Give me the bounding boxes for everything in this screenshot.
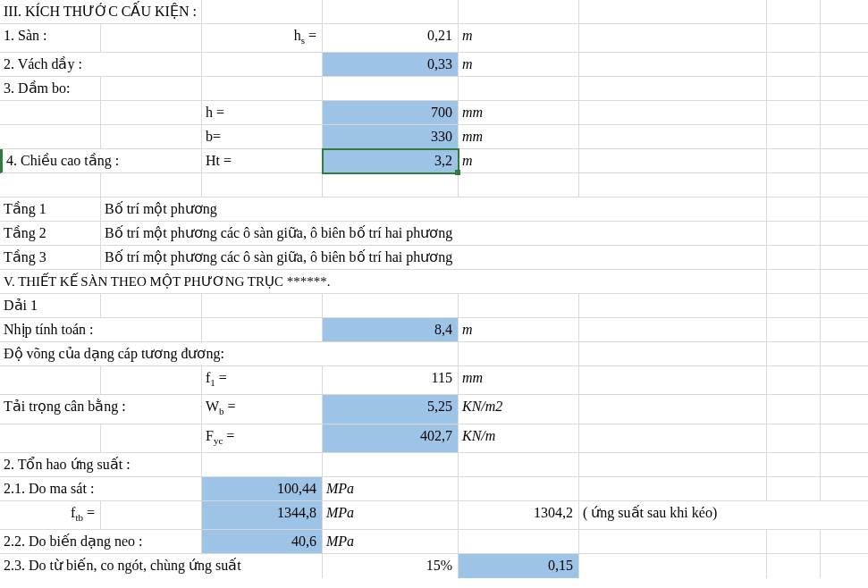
nhip-label[interactable]: Nhịp tính toán : [0, 318, 202, 342]
tang3-val[interactable]: Bố trí một phương các ô sàn giữa, ô biên… [101, 246, 767, 270]
empty[interactable] [579, 149, 767, 173]
tang1-val[interactable]: Bố trí một phương [101, 197, 767, 222]
f1-unit[interactable]: mm [459, 366, 579, 395]
dai1[interactable]: Dải 1 [0, 294, 101, 318]
empty[interactable] [579, 424, 767, 453]
empty[interactable] [821, 318, 868, 342]
ftb-val2[interactable]: 1304,2 [459, 501, 579, 530]
empty[interactable] [579, 453, 767, 477]
biendang-val[interactable]: 40,6 [202, 530, 323, 554]
masat-label[interactable]: 2.1. Do ma sát : [0, 477, 202, 501]
empty[interactable] [459, 173, 579, 197]
empty[interactable] [821, 554, 868, 578]
empty[interactable] [323, 294, 459, 318]
tonhao-label[interactable]: 2. Tổn hao ứng suất : [0, 453, 202, 477]
empty[interactable] [821, 24, 868, 53]
empty[interactable] [821, 197, 868, 222]
tang2-val[interactable]: Bố trí một phương các ô sàn giữa, ô biên… [101, 222, 767, 246]
row-vach-val[interactable]: 0,33 [323, 53, 459, 77]
empty[interactable] [767, 530, 821, 554]
empty[interactable] [767, 294, 821, 318]
empty[interactable] [767, 424, 821, 453]
empty[interactable] [579, 530, 767, 554]
empty[interactable] [101, 294, 202, 318]
empty[interactable] [767, 0, 821, 24]
empty[interactable] [579, 173, 767, 197]
empty[interactable] [821, 395, 868, 424]
empty[interactable] [459, 77, 579, 101]
empty[interactable] [459, 0, 579, 24]
empty[interactable] [579, 0, 767, 24]
empty[interactable] [821, 222, 868, 246]
empty[interactable] [767, 342, 821, 366]
row-ht-sym[interactable]: Ht = [202, 149, 323, 173]
empty[interactable] [821, 246, 868, 270]
f1-sym[interactable]: f1 = [202, 366, 323, 395]
empty[interactable] [767, 149, 821, 173]
empty[interactable] [821, 342, 868, 366]
empty[interactable] [767, 366, 821, 395]
wb-label[interactable]: Tải trọng cân bằng : [0, 395, 202, 424]
wb-unit[interactable]: KN/m2 [459, 395, 579, 424]
masat-unit[interactable]: MPa [323, 477, 459, 501]
empty[interactable] [202, 294, 323, 318]
empty[interactable] [767, 125, 821, 149]
empty[interactable] [459, 530, 579, 554]
empty[interactable] [821, 294, 868, 318]
empty[interactable] [0, 424, 101, 453]
empty[interactable] [767, 246, 821, 270]
empty[interactable] [767, 453, 821, 477]
empty[interactable] [821, 173, 868, 197]
tang2-key[interactable]: Tầng 2 [0, 222, 101, 246]
empty[interactable] [821, 424, 868, 453]
empty[interactable] [767, 24, 821, 53]
ftb-val[interactable]: 1344,8 [202, 501, 323, 530]
empty[interactable] [459, 342, 579, 366]
nhip-val[interactable]: 8,4 [323, 318, 459, 342]
tubien-val[interactable]: 0,15 [459, 554, 579, 578]
empty[interactable] [821, 0, 868, 24]
empty[interactable] [821, 530, 868, 554]
tang3-key[interactable]: Tầng 3 [0, 246, 101, 270]
empty[interactable] [101, 77, 202, 101]
empty[interactable] [821, 366, 868, 395]
row-ht-label[interactable]: 4. Chiều cao tầng : [0, 149, 202, 173]
row-vach-label[interactable]: 2. Vách dầy : [0, 53, 202, 77]
empty[interactable] [821, 53, 868, 77]
empty[interactable] [579, 395, 767, 424]
empty[interactable] [101, 501, 202, 530]
empty[interactable] [821, 149, 868, 173]
empty[interactable] [579, 24, 767, 53]
ftb-note[interactable]: ( ứng suất sau khi kéo) [579, 501, 868, 530]
empty[interactable] [767, 53, 821, 77]
empty[interactable] [459, 453, 579, 477]
f1-val[interactable]: 115 [323, 366, 459, 395]
ftb-sym[interactable]: ftb = [0, 501, 101, 530]
empty[interactable] [579, 342, 767, 366]
empty[interactable] [579, 366, 767, 395]
empty[interactable] [767, 173, 821, 197]
empty[interactable] [579, 318, 767, 342]
empty[interactable] [101, 24, 202, 53]
row-ht-unit[interactable]: m [459, 149, 579, 173]
empty[interactable] [202, 53, 323, 77]
row-san-sym[interactable]: hs = [202, 24, 323, 53]
empty[interactable] [101, 366, 202, 395]
tang1-key[interactable]: Tầng 1 [0, 197, 101, 222]
row-san-val[interactable]: 0,21 [323, 24, 459, 53]
biendang-label[interactable]: 2.2. Do biến dạng neo : [0, 530, 202, 554]
empty[interactable] [821, 125, 868, 149]
empty[interactable] [767, 197, 821, 222]
ftb-unit[interactable]: MPa [323, 501, 459, 530]
empty[interactable] [101, 125, 202, 149]
empty[interactable] [323, 0, 459, 24]
row-san-unit[interactable]: m [459, 24, 579, 53]
nhip-unit[interactable]: m [459, 318, 579, 342]
row-vach-unit[interactable]: m [459, 53, 579, 77]
row-dambo-label[interactable]: 3. Dầm bo: [0, 77, 101, 101]
dovong-label[interactable]: Độ võng của dạng cáp tương đương: [0, 342, 459, 366]
biendang-unit[interactable]: MPa [323, 530, 459, 554]
empty[interactable] [579, 477, 767, 501]
empty[interactable] [767, 222, 821, 246]
empty[interactable] [767, 77, 821, 101]
